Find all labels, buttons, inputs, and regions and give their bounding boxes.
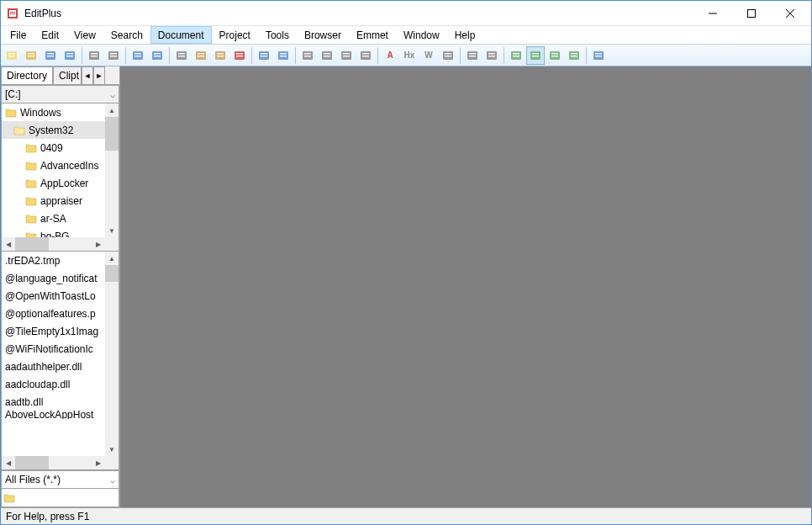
view4-icon[interactable]: [565, 46, 583, 65]
tab-scroll-right[interactable]: ►: [93, 66, 105, 84]
file-filter-combo[interactable]: All Files (*.*) ⌵: [1, 470, 119, 489]
tab-scroll-left[interactable]: ◄: [82, 66, 93, 84]
toggle-panel-icon[interactable]: [129, 46, 147, 65]
folder-item[interactable]: Windows: [2, 103, 105, 121]
view3-icon[interactable]: [546, 46, 564, 65]
menu-file[interactable]: File: [3, 26, 34, 44]
menu-search[interactable]: Search: [103, 26, 150, 44]
wrap-icon[interactable]: W: [419, 46, 438, 65]
cut-icon[interactable]: [172, 46, 191, 65]
drive-label: [C:]: [5, 88, 21, 100]
folder-item[interactable]: ar-SA: [2, 209, 105, 227]
body-area: Directory Clipt ◄ ► [C:] ⌵ WindowsSystem…: [1, 66, 811, 507]
new-file-icon[interactable]: [3, 46, 21, 65]
folder-item[interactable]: AdvancedIns: [2, 156, 105, 174]
delete-icon[interactable]: [230, 46, 249, 65]
browser-icon[interactable]: [148, 46, 166, 65]
scroll-left-icon[interactable]: ◀: [2, 456, 15, 469]
find-icon[interactable]: [298, 46, 317, 65]
font-icon[interactable]: A: [381, 46, 399, 65]
save-icon[interactable]: [41, 46, 60, 65]
paste-icon[interactable]: [211, 46, 229, 65]
svg-rect-39: [217, 53, 224, 55]
gear-icon[interactable]: [482, 46, 501, 65]
folder-icon: [25, 231, 37, 238]
close-button[interactable]: [771, 1, 809, 26]
file-item[interactable]: aadauthhelper.dll: [2, 358, 105, 375]
minimize-button[interactable]: [693, 1, 732, 26]
svg-rect-52: [304, 56, 311, 57]
print-icon[interactable]: [85, 46, 103, 65]
svg-rect-63: [445, 53, 451, 55]
file-item[interactable]: @WiFiNotificationIc: [2, 340, 105, 358]
file-item[interactable]: @TileEmpty1x1Imag: [2, 322, 105, 340]
folder-item[interactable]: AppLocker: [2, 174, 105, 192]
print-preview-icon[interactable]: [104, 46, 123, 65]
bookmark-icon[interactable]: [356, 46, 375, 65]
view2-icon[interactable]: [526, 46, 545, 65]
folder-icon: [25, 143, 37, 153]
menu-tools[interactable]: Tools: [258, 26, 297, 44]
save-all-icon[interactable]: [61, 46, 79, 65]
folder-icon: [25, 161, 37, 171]
file-item[interactable]: aadtb.dll: [2, 393, 105, 411]
scroll-down-icon[interactable]: ▼: [105, 224, 119, 237]
scroll-right-icon[interactable]: ▶: [92, 237, 105, 251]
copy-icon[interactable]: [192, 46, 210, 65]
menu-window[interactable]: Window: [396, 26, 447, 44]
goto-icon[interactable]: [337, 46, 356, 65]
svg-rect-78: [551, 53, 558, 55]
toolbar-separator: [586, 47, 587, 64]
drive-combo[interactable]: [C:] ⌵: [1, 85, 119, 103]
help-icon[interactable]: [589, 46, 608, 65]
file-vscroll[interactable]: ▲ ▼: [105, 252, 119, 456]
svg-rect-21: [91, 53, 98, 55]
svg-rect-28: [134, 56, 141, 57]
menu-edit[interactable]: Edit: [34, 26, 66, 44]
titlebar[interactable]: EditPlus: [1, 1, 811, 26]
open-icon[interactable]: [22, 46, 40, 65]
folder-item[interactable]: bg-BG: [2, 227, 105, 237]
menu-view[interactable]: View: [66, 26, 103, 44]
folder-item[interactable]: appraiser: [2, 192, 105, 209]
scroll-up-icon[interactable]: ▲: [105, 103, 119, 117]
file-hscroll[interactable]: ◀ ▶: [2, 456, 105, 469]
file-item[interactable]: AboveLockAppHost: [2, 411, 105, 419]
svg-rect-34: [178, 56, 185, 57]
redo-icon[interactable]: [274, 46, 293, 65]
scroll-right-icon[interactable]: ▶: [92, 456, 105, 469]
tab-cliptext[interactable]: Clipt: [53, 66, 82, 84]
dir-hscroll[interactable]: ◀ ▶: [2, 237, 105, 251]
svg-rect-69: [488, 53, 495, 55]
indent-icon[interactable]: [439, 46, 457, 65]
scroll-left-icon[interactable]: ◀: [2, 237, 15, 251]
menu-help[interactable]: Help: [447, 26, 483, 44]
menu-browser[interactable]: Browser: [297, 26, 349, 44]
dir-vscroll[interactable]: ▲ ▼: [105, 103, 119, 237]
folder-item[interactable]: System32: [2, 121, 105, 139]
scroll-down-icon[interactable]: ▼: [105, 443, 119, 456]
folder-label: AppLocker: [40, 178, 88, 189]
editor-area[interactable]: [120, 66, 811, 507]
file-item[interactable]: @language_notificat: [2, 269, 105, 287]
settings-icon[interactable]: [463, 46, 482, 65]
menu-emmet[interactable]: Emmet: [349, 26, 396, 44]
file-item[interactable]: @optionalfeatures.p: [2, 305, 105, 322]
svg-rect-37: [198, 56, 204, 57]
undo-icon[interactable]: [255, 46, 273, 65]
maximize-button[interactable]: [732, 1, 771, 26]
replace-icon[interactable]: [318, 46, 336, 65]
menu-project[interactable]: Project: [212, 26, 258, 44]
file-item[interactable]: .trEDA2.tmp: [2, 252, 105, 269]
folder-item[interactable]: 0409: [2, 139, 105, 156]
tab-directory[interactable]: Directory: [1, 66, 53, 84]
hex-icon[interactable]: Hx: [400, 46, 419, 65]
path-bar[interactable]: [1, 489, 119, 507]
chevron-down-icon: ⌵: [110, 475, 115, 485]
view1-icon[interactable]: [507, 46, 525, 65]
file-item[interactable]: @OpenWithToastLo: [2, 287, 105, 305]
menu-document[interactable]: Document: [150, 26, 212, 44]
scroll-up-icon[interactable]: ▲: [105, 252, 119, 265]
svg-rect-30: [154, 53, 161, 55]
file-item[interactable]: aadcloudap.dll: [2, 375, 105, 393]
